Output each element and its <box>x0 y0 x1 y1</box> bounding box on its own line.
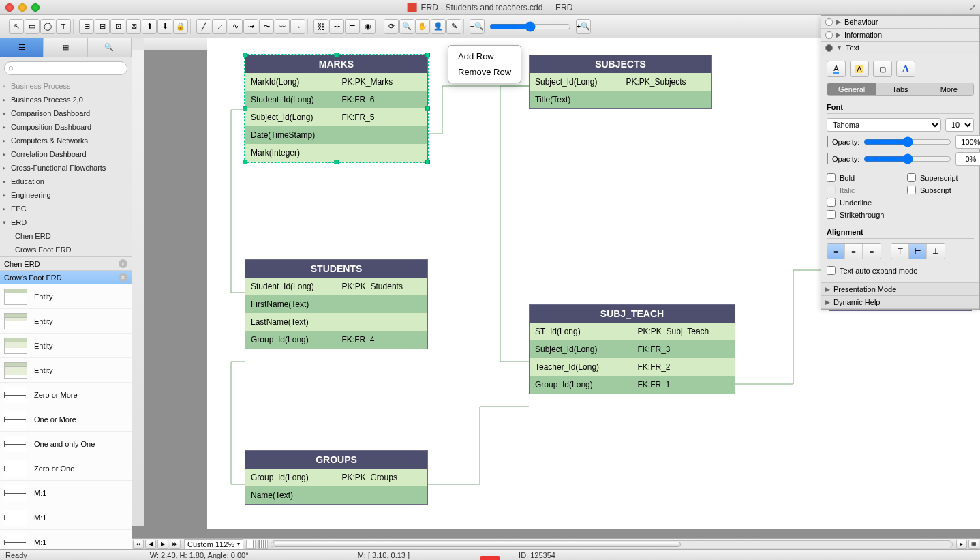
ellipse-tool-icon[interactable]: ◯ <box>40 19 55 34</box>
erd-table-subjects[interactable]: SUBJECTS Subject_Id(Long)PK:PK_Subjects … <box>529 55 712 109</box>
opacity-slider[interactable] <box>863 136 951 147</box>
align-middle-icon[interactable]: ⊢ <box>909 244 927 259</box>
bold-check[interactable] <box>827 173 836 182</box>
fullscreen-icon[interactable]: ⤢ <box>969 3 976 12</box>
stencil-item[interactable]: One and only One <box>0 432 132 456</box>
prop-tab-more[interactable]: More <box>925 83 973 95</box>
group-icon[interactable]: ⊡ <box>110 19 125 34</box>
maximize-icon[interactable] <box>31 3 40 12</box>
opacity-value[interactable] <box>955 135 980 149</box>
resize-handle[interactable] <box>425 106 430 111</box>
align-icon[interactable]: ⊞ <box>79 19 94 34</box>
zoom-dropdown[interactable]: Custom 112%▾ <box>184 539 243 550</box>
smart-connector-icon[interactable]: ⤳ <box>259 19 274 34</box>
search-input[interactable] <box>4 61 127 75</box>
hand-tool-icon[interactable]: ✋ <box>415 19 430 34</box>
ctx-add-row[interactable]: Add Row <box>448 48 521 64</box>
underline-color-icon[interactable]: A <box>827 61 846 77</box>
close-icon[interactable] <box>5 3 14 12</box>
tree-item[interactable]: ▸Composition Dashboard <box>0 120 132 134</box>
tree-item[interactable]: ▸EPC <box>0 202 132 216</box>
tree-item[interactable]: ▸Business Process <box>0 79 132 93</box>
prev-page-icon[interactable]: ◀ <box>145 540 156 549</box>
align-bottom-icon[interactable]: ⊥ <box>927 244 945 259</box>
opacity-slider-2[interactable] <box>863 153 951 164</box>
strike-check[interactable] <box>827 210 836 219</box>
tree-item[interactable]: ▸Business Process 2,0 <box>0 93 132 106</box>
tree-sub-item[interactable]: Crows Foot ERD <box>0 243 132 256</box>
back-icon[interactable]: ⬇ <box>157 19 172 34</box>
prop-section-behaviour[interactable]: ▶Behaviour <box>821 16 979 28</box>
pointer-tool-icon[interactable]: ↖ <box>9 19 24 34</box>
person-icon[interactable]: 👤 <box>431 19 446 34</box>
search-tab-icon[interactable]: 🔍 <box>88 38 132 57</box>
scroll-right-icon[interactable]: ▸ <box>956 540 967 549</box>
distribute-icon[interactable]: ⊟ <box>95 19 110 34</box>
align-center-icon[interactable]: ≡ <box>845 244 863 259</box>
erd-table-students[interactable]: STUDENTS Student_Id(Long)PK:PK_Students … <box>245 259 428 349</box>
zoom-in-icon[interactable]: +🔍 <box>576 19 591 34</box>
stencil-item[interactable]: Entity <box>0 284 132 309</box>
color-swatch-2[interactable] <box>827 153 828 164</box>
rect-tool-icon[interactable]: ▭ <box>25 19 40 34</box>
tree-item[interactable]: ▸Correlation Dashboard <box>0 147 132 161</box>
underline-check[interactable] <box>827 198 836 207</box>
last-page-icon[interactable]: ⏭ <box>170 540 181 549</box>
stencil-item[interactable]: M:1 <box>0 481 132 505</box>
prop-dynhelp[interactable]: ▶Dynamic Help <box>821 296 979 308</box>
prop-section-text[interactable]: ▼Text <box>821 42 979 54</box>
pen-tool-icon[interactable]: ✎ <box>446 19 461 34</box>
erd-table-subj-teach[interactable]: SUBJ_TEACH ST_Id(Long)PK:PK_Subj_Teach S… <box>529 304 735 394</box>
open-lib[interactable]: Chen ERD× <box>0 257 132 271</box>
font-icon[interactable]: A <box>896 61 915 77</box>
prop-presentation[interactable]: ▶Presentation Mode <box>821 283 979 295</box>
sub-check[interactable] <box>907 186 916 194</box>
h-scrollbar[interactable] <box>271 540 953 548</box>
resize-handle[interactable] <box>243 160 247 164</box>
stencil-item[interactable]: Entity <box>0 334 132 358</box>
stencil-item[interactable]: One or More <box>0 407 132 432</box>
stencil-item[interactable]: M:1 <box>0 505 132 530</box>
open-lib-active[interactable]: Crow's Foot ERD× <box>0 271 132 284</box>
arc-tool-icon[interactable]: ⟋ <box>212 19 227 34</box>
align-top-icon[interactable]: ⊤ <box>891 244 909 259</box>
resize-handle[interactable] <box>425 53 430 57</box>
refresh-icon[interactable]: ⟳ <box>384 19 399 34</box>
line-tool-icon[interactable]: ╱ <box>196 19 211 34</box>
prop-section-information[interactable]: ▶Information <box>821 29 979 41</box>
resize-handle[interactable] <box>243 53 247 57</box>
close-icon[interactable]: × <box>119 273 127 282</box>
arrow-tool-icon[interactable]: → <box>290 19 305 34</box>
stencil-item[interactable]: Entity <box>0 309 132 334</box>
side-icon[interactable]: ⊢ <box>345 19 360 34</box>
zoom-slider[interactable] <box>489 19 571 34</box>
resize-handle[interactable] <box>425 160 430 164</box>
next-page-icon[interactable]: ▶ <box>157 540 168 549</box>
tree-item[interactable]: ▸Cross-Functional Flowcharts <box>0 161 132 175</box>
tree-icon[interactable]: ⊹ <box>329 19 344 34</box>
opacity-value-2[interactable] <box>955 152 980 166</box>
thumb-icon[interactable]: ▦ <box>968 540 979 549</box>
lock-icon[interactable]: 🔒 <box>173 19 188 34</box>
chain-icon[interactable]: ⛓ <box>313 19 328 34</box>
ungroup-icon[interactable]: ⊠ <box>126 19 141 34</box>
color-swatch[interactable] <box>827 136 828 147</box>
close-icon[interactable]: × <box>119 259 127 268</box>
auto-expand-check[interactable] <box>827 266 836 275</box>
stencil-item[interactable]: Zero or One <box>0 456 132 481</box>
thumb-grid-icon[interactable] <box>246 540 256 549</box>
thumb-grid-icon-2[interactable] <box>258 540 268 549</box>
tree-item[interactable]: ▸Computers & Networks <box>0 134 132 147</box>
erd-table-marks[interactable]: MARKS MarkId(Long)PK:PK_Marks Student_Id… <box>245 55 428 162</box>
text-tool-icon[interactable]: T <box>56 19 71 34</box>
first-page-icon[interactable]: ⏮ <box>133 540 144 549</box>
minimize-icon[interactable] <box>18 3 27 12</box>
tree-item[interactable]: ▸Engineering <box>0 188 132 202</box>
resize-handle[interactable] <box>334 160 339 164</box>
highlight-icon[interactable]: A <box>850 61 869 77</box>
font-select[interactable]: Tahoma <box>827 118 941 132</box>
grid-tab-icon[interactable]: ▦ <box>44 38 87 57</box>
prop-tab-tabs[interactable]: Tabs <box>876 83 924 95</box>
spline-tool-icon[interactable]: ∿ <box>228 19 243 34</box>
erd-table-groups[interactable]: GROUPS Group_Id(Long)PK:PK_Groups Name(T… <box>245 450 428 505</box>
